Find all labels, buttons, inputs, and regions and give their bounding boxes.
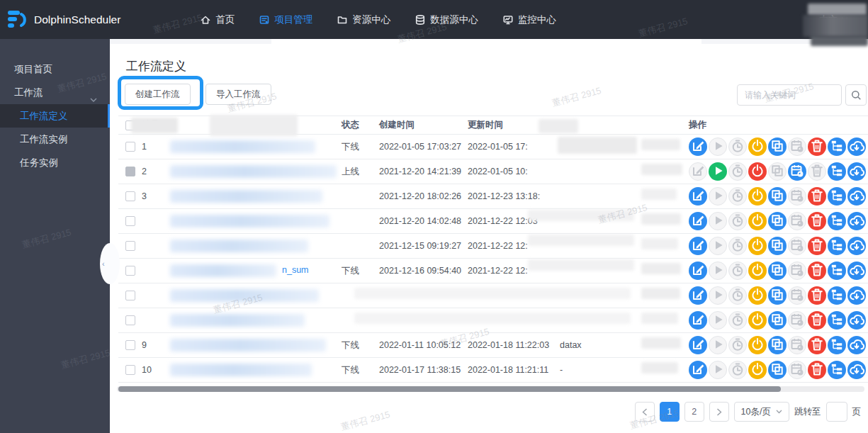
run-button[interactable] [709,311,727,330]
online-offline-button[interactable] [748,361,767,379]
cron-manage-button[interactable] [788,212,806,230]
timing-button[interactable] [728,361,747,379]
cron-manage-button[interactable] [788,237,806,255]
run-button[interactable] [709,212,727,230]
cron-manage-button[interactable] [788,311,806,330]
timing-button[interactable] [728,137,747,156]
copy-button[interactable] [768,187,787,206]
cron-manage-button[interactable] [788,361,806,379]
edit-button[interactable] [689,311,707,330]
row-checkbox[interactable] [125,365,135,375]
export-button[interactable] [847,237,866,255]
online-offline-button[interactable] [748,286,767,305]
scrollbar-handle[interactable] [118,386,781,392]
tree-view-button[interactable] [828,212,846,230]
copy-button[interactable] [768,162,787,181]
prev-page-button[interactable] [635,402,655,422]
row-checkbox[interactable] [125,315,135,325]
export-button[interactable] [847,162,866,181]
page-size-select[interactable]: 10条/页 [734,402,789,422]
copy-button[interactable] [768,286,787,305]
import-workflow-button[interactable]: 导入工作流 [205,84,271,105]
timing-button[interactable] [728,336,747,354]
tree-view-button[interactable] [828,311,846,330]
copy-button[interactable] [768,336,787,354]
cron-manage-button[interactable] [788,286,806,305]
online-offline-button[interactable] [748,262,767,280]
tree-view-button[interactable] [828,237,846,255]
timing-button[interactable] [728,237,747,255]
row-checkbox[interactable] [125,142,135,152]
run-button[interactable] [709,137,727,156]
copy-button[interactable] [768,361,787,379]
copy-button[interactable] [768,137,787,156]
export-button[interactable] [847,311,866,330]
page-button-2[interactable]: 2 [684,402,704,422]
edit-button[interactable] [689,361,707,379]
online-offline-button[interactable] [748,212,767,230]
row-checkbox[interactable] [125,291,135,300]
export-button[interactable] [847,187,866,206]
cron-manage-button[interactable] [788,137,806,156]
run-button[interactable] [709,336,727,354]
cron-manage-button[interactable] [788,162,806,181]
copy-button[interactable] [768,262,787,280]
edit-button[interactable] [689,286,707,305]
tree-view-button[interactable] [828,137,846,156]
edit-button[interactable] [689,336,707,354]
brand[interactable]: DolphinScheduler [7,9,120,31]
sidebar-item-5[interactable]: 任务实例 [0,151,110,174]
tree-view-button[interactable] [828,162,846,181]
create-workflow-button[interactable]: 创建工作流 [125,84,191,105]
timing-button[interactable] [728,187,747,206]
copy-button[interactable] [768,311,787,330]
delete-button[interactable] [808,237,826,255]
sidebar-item-2[interactable]: 工作流 [0,81,110,104]
nav-item-1[interactable]: 首页 [200,13,235,26]
copy-button[interactable] [768,212,787,230]
tree-view-button[interactable] [828,286,846,305]
delete-button[interactable] [808,311,826,330]
export-button[interactable] [847,137,866,156]
page-button-1[interactable]: 1 [660,402,680,422]
search-input[interactable] [737,84,842,106]
sidebar-item-3[interactable]: 工作流定义 [0,104,110,128]
timing-button[interactable] [728,162,747,181]
delete-button[interactable] [808,361,826,379]
export-button[interactable] [847,286,866,305]
nav-item-5[interactable]: 监控中心 [502,13,556,26]
online-offline-button[interactable] [748,137,767,156]
delete-button[interactable] [808,137,826,156]
row-checkbox[interactable] [125,216,135,226]
search-button[interactable] [845,84,867,106]
tree-view-button[interactable] [828,262,846,280]
row-checkbox[interactable] [125,266,135,276]
timing-button[interactable] [728,286,747,305]
run-button[interactable] [709,262,727,280]
run-button[interactable] [709,361,727,379]
online-offline-button[interactable] [748,311,767,330]
edit-button[interactable] [689,162,707,181]
delete-button[interactable] [808,162,826,181]
online-offline-button[interactable] [748,162,767,181]
run-button[interactable] [709,187,727,206]
online-offline-button[interactable] [748,336,767,354]
jump-to-input[interactable] [826,402,847,422]
online-offline-button[interactable] [748,237,767,255]
delete-button[interactable] [808,286,826,305]
delete-button[interactable] [808,262,826,280]
horizontal-scrollbar[interactable] [117,386,864,392]
export-button[interactable] [847,361,866,379]
run-button[interactable] [709,162,727,181]
row-checkbox[interactable] [125,340,135,350]
copy-button[interactable] [768,237,787,255]
delete-button[interactable] [808,187,826,206]
next-page-button[interactable] [709,402,729,422]
sidebar-item-4[interactable]: 工作流实例 [0,128,110,151]
nav-item-2[interactable]: 项目管理 [259,13,312,26]
tree-view-button[interactable] [828,187,846,206]
sidebar-collapse-handle[interactable]: ‹ [100,243,120,284]
cron-manage-button[interactable] [788,336,806,354]
nav-item-4[interactable]: 数据源中心 [415,13,478,26]
cron-manage-button[interactable] [788,187,806,206]
